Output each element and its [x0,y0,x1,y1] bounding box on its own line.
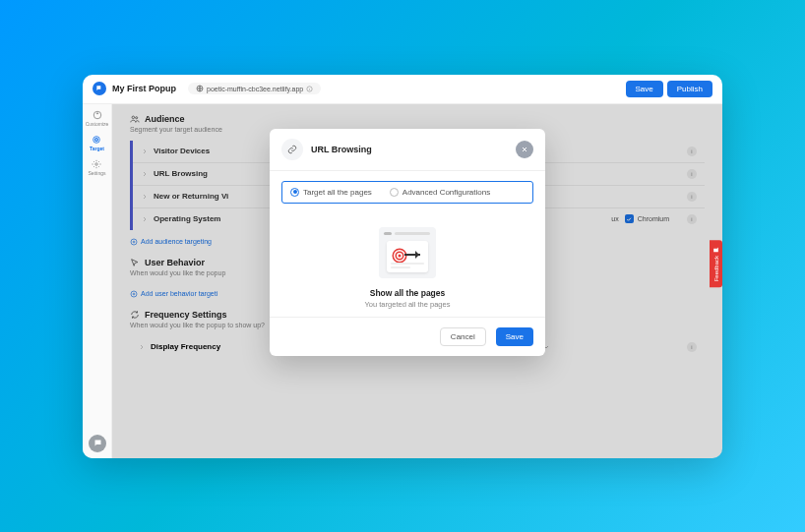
globe-icon [196,85,204,92]
top-bar: My First Popup poetic-muffin-cbc3ee.netl… [83,75,722,104]
modal-header: URL Browsing [270,129,545,171]
svg-point-3 [96,112,97,113]
info-icon[interactable]: i [687,342,697,352]
svg-point-8 [132,116,135,119]
svg-point-6 [96,139,97,140]
svg-point-9 [136,116,138,118]
modal-illus-title: Show all the pages [370,288,446,298]
info-icon[interactable]: i [687,214,697,224]
svg-point-14 [399,254,402,257]
users-icon [130,114,140,124]
site-url-pill[interactable]: poetic-muffin-cbc3ee.netlify.app [188,83,321,94]
frequency-title: Frequency Settings [145,310,227,320]
radio-advanced[interactable]: Advanced Configurations [390,188,490,197]
publish-button[interactable]: Publish [667,81,712,97]
modal-save-button[interactable]: Save [496,327,533,346]
radio-group: Target all the pages Advanced Configurat… [281,181,533,204]
feedback-tab[interactable]: Feedback [710,240,722,287]
modal-illus-sub: You targeted all the pages [365,300,451,309]
refresh-icon [130,310,140,320]
audience-title: Audience [145,114,185,124]
close-icon [521,146,528,153]
plus-circle-icon [130,290,138,298]
chevron-right-icon [141,148,149,155]
chevron-right-icon [141,193,149,201]
cursor-icon [130,258,140,267]
link-icon-wrap [281,139,303,160]
save-button[interactable]: Save [626,81,663,97]
chevron-right-icon [138,343,146,351]
app-logo [93,82,106,95]
chat-icon [712,246,719,253]
info-icon[interactable]: i [687,147,697,156]
sidebar-item-target[interactable]: Target [90,135,104,151]
help-chat-button[interactable] [89,435,106,452]
radio-icon [390,188,399,197]
info-icon [306,86,313,92]
svg-point-7 [95,162,98,165]
palette-icon [93,110,102,120]
chevron-right-icon [141,170,149,178]
modal-url-browsing: URL Browsing Target all the pages Advanc… [270,129,545,356]
arrow-icon [404,254,420,256]
plus-circle-icon [130,238,138,246]
check-icon [626,216,632,222]
modal-cancel-button[interactable]: Cancel [440,327,486,346]
link-icon [287,145,297,154]
radio-icon [290,188,299,197]
modal-footer: Cancel Save [270,317,545,356]
section-audience-head: Audience [130,114,705,124]
modal-illustration: Show all the pages You targeted all the … [270,213,545,317]
info-icon[interactable]: i [687,169,697,179]
modal-close-button[interactable] [516,141,533,158]
app-window: My First Popup poetic-muffin-cbc3ee.netl… [83,75,722,458]
checkbox-chromium[interactable] [625,214,634,223]
sidebar: Customize Target Settings [83,104,112,458]
behavior-title: User Behavior [145,258,205,267]
sidebar-item-settings[interactable]: Settings [88,159,105,176]
chevron-right-icon [141,215,149,223]
chat-icon [93,439,102,447]
page-title: My First Popup [112,84,176,93]
sidebar-item-customize[interactable]: Customize [86,110,109,127]
modal-title: URL Browsing [311,145,372,154]
gear-icon [92,159,101,169]
info-icon[interactable]: i [687,192,697,202]
site-url-text: poetic-muffin-cbc3ee.netlify.app [207,86,303,92]
radio-target-all[interactable]: Target all the pages [290,188,372,197]
target-icon [92,135,101,145]
